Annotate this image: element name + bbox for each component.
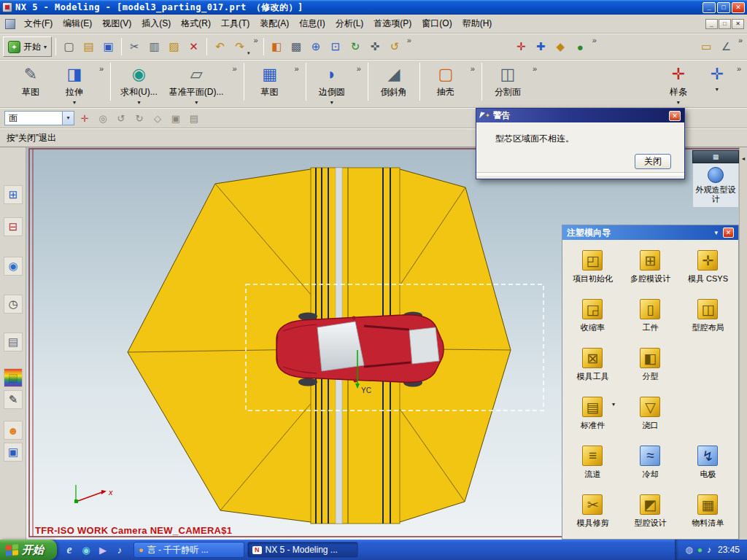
menu-file[interactable]: 文件(F) (19, 15, 58, 32)
sketch-button[interactable]: ✎ 草图 (10, 63, 51, 99)
divide-face-button[interactable]: ◫ 分割面 (487, 63, 528, 99)
mw-workpiece-button[interactable]: ▯ 工件 (622, 292, 679, 341)
tray-network-icon[interactable]: ◍ (685, 545, 692, 555)
mdi-minimize-button[interactable]: _ (705, 19, 718, 29)
new-file-icon[interactable]: ▢ (60, 37, 78, 56)
overflow-chevron[interactable]: » (99, 63, 104, 72)
mdi-close-button[interactable]: ✕ (732, 19, 744, 29)
redo-icon[interactable]: ↷ (231, 37, 249, 56)
menu-tools[interactable]: 工具(T) (216, 15, 255, 32)
zoom-in-icon[interactable]: ⊕ (307, 37, 325, 56)
minimize-button[interactable]: _ (703, 2, 716, 13)
start-menu-button[interactable]: ✦ 开始 ▾ (3, 36, 52, 57)
unite-button[interactable]: ◉ 求和(U)... ▾ (116, 63, 162, 106)
csys-icon[interactable]: ✛ (512, 37, 530, 56)
mw-mold-tools-button[interactable]: ⊠ 模具工具 (564, 341, 622, 389)
resource-strip-header[interactable]: ▦ (692, 150, 739, 163)
mw-gate-button[interactable]: ▽ 浇口 (622, 389, 679, 438)
selection-filter-combobox[interactable]: 面 ▾ (4, 111, 74, 125)
warning-dialog-titlebar[interactable]: ✦ 警告 ✕ (476, 109, 684, 122)
media-icon[interactable]: ◉ (80, 543, 93, 556)
menu-insert[interactable]: 插入(S) (136, 15, 176, 32)
menu-analysis[interactable]: 分析(L) (330, 15, 369, 32)
taskbar-task-nx[interactable]: N NX 5 - Modeling ... (247, 542, 358, 558)
next-selection-icon[interactable]: ↻ (131, 110, 147, 126)
history-icon[interactable]: ◷ (4, 295, 23, 314)
mdi-restore-button[interactable]: □ (719, 19, 731, 29)
spline-button[interactable]: ✛ 样条 ▾ (658, 63, 699, 106)
chevron-down-icon[interactable]: ▾ (73, 99, 76, 106)
mw-cavity-layout-button[interactable]: ◫ 型腔布局 (679, 292, 737, 341)
overflow-chevron[interactable]: » (471, 63, 475, 72)
mw-bom-button[interactable]: ▦ 物料清单 (679, 487, 737, 536)
menu-format[interactable]: 格式(R) (176, 15, 216, 32)
taskbar-task-ttplayer[interactable]: ● 言 - 千千静听 ... (133, 542, 244, 558)
datum-icon[interactable]: ✚ (532, 37, 550, 56)
menu-window[interactable]: 窗口(O) (417, 15, 457, 32)
car-model[interactable] (276, 312, 444, 387)
collapse-arrow-icon[interactable]: ◄ (740, 156, 747, 161)
menu-information[interactable]: 信息(I) (294, 15, 330, 32)
chevron-down-icon[interactable]: ▾ (716, 86, 719, 93)
snap-point-icon[interactable]: ◆ (551, 37, 570, 56)
snap-end-icon[interactable]: ● (571, 37, 589, 56)
rotate-view-icon[interactable]: ↺ (386, 37, 404, 56)
extrude-button[interactable]: ◨ 拉伸 ▾ (54, 63, 95, 106)
shell-button[interactable]: ▢ 抽壳 (425, 63, 466, 99)
delete-icon[interactable]: ✕ (185, 37, 203, 56)
angle-icon[interactable]: ∠ (717, 37, 735, 56)
zoom-window-icon[interactable]: ⊡ (327, 37, 345, 56)
overflow-chevron[interactable]: » (737, 63, 741, 72)
close-icon[interactable]: ✕ (669, 111, 681, 121)
chamfer-button[interactable]: ◢ 倒斜角 (374, 63, 414, 99)
face-rule-icon[interactable]: ◇ (150, 110, 166, 126)
orient-view-icon[interactable]: ◧ (268, 37, 286, 56)
overflow-chevron[interactable]: » (295, 63, 299, 72)
tray-shield-icon[interactable]: ● (697, 545, 703, 555)
prev-selection-icon[interactable]: ↺ (113, 110, 129, 126)
mw-standard-parts-button[interactable]: ▤ 标准件 ▾ (564, 389, 622, 438)
copy-icon[interactable]: ▥ (145, 37, 163, 56)
restore-button[interactable]: □ (717, 2, 730, 13)
overflow-chevron[interactable]: » (232, 63, 236, 72)
mw-electrode-button[interactable]: ↯ 电极 (679, 438, 737, 487)
close-button[interactable]: ✕ (732, 2, 745, 13)
chevron-down-icon[interactable]: ▾ (62, 112, 74, 125)
edge-blend-button[interactable]: ◗ 边倒圆 ▾ (311, 63, 352, 106)
system-window-icon[interactable]: ▣ (4, 443, 23, 462)
chevron-down-icon[interactable]: ▾ (714, 229, 718, 236)
sketcher-icon[interactable]: ✎ (4, 390, 23, 409)
mold-wizard-titlebar[interactable]: 注塑模向导 ▾ ✕ (562, 225, 738, 240)
menu-view[interactable]: 视图(V) (97, 15, 136, 32)
undo-icon[interactable]: ↶ (211, 37, 229, 56)
mw-runner-button[interactable]: ≡ 流道 (564, 438, 622, 487)
menu-help[interactable]: 帮助(H) (457, 15, 498, 32)
windows-start-button[interactable]: 开始 (0, 540, 57, 560)
sketch2-button[interactable]: ▦ 草图 (249, 63, 290, 99)
solid-select-icon[interactable]: ▣ (168, 110, 184, 126)
overflow-chevron[interactable]: » (738, 34, 743, 44)
shaded-view-icon[interactable]: ▩ (287, 37, 306, 56)
menu-preferences[interactable]: 首选项(P) (368, 15, 417, 32)
constraint-navigator-icon[interactable]: ⊟ (4, 217, 23, 236)
cut-icon[interactable]: ✂ (125, 37, 144, 56)
mw-cooling-button[interactable]: ≈ 冷却 (622, 438, 679, 487)
overflow-chevron[interactable]: » (407, 34, 411, 44)
refresh-view-icon[interactable]: ↻ (347, 37, 365, 56)
palette-icon[interactable]: ▧ (4, 368, 23, 387)
mw-multi-cavity-button[interactable]: ⊞ 多腔模设计 (622, 243, 679, 292)
datum-plane-button[interactable]: ▱ 基准平面(D)... ▾ (165, 63, 228, 106)
general-select-icon[interactable]: ◎ (95, 110, 111, 126)
mw-cavity-design-button[interactable]: ◩ 型腔设计 (622, 487, 679, 536)
player-icon[interactable]: ▶ (96, 543, 109, 556)
styling-palette-item[interactable]: 外观造型设计 (692, 163, 739, 208)
overflow-chevron[interactable]: » (357, 63, 361, 72)
part-navigator-icon[interactable]: ▤ (4, 332, 23, 351)
paste-icon[interactable]: ▨ (165, 37, 183, 56)
chevron-down-icon[interactable]: ▾ (677, 99, 680, 106)
mw-parting-button[interactable]: ◧ 分型 (622, 341, 679, 389)
assembly-navigator-icon[interactable]: ⊞ (4, 185, 23, 204)
overflow-chevron[interactable]: » (592, 34, 597, 44)
overflow-chevron[interactable]: » (254, 34, 258, 44)
tray-volume-icon[interactable]: ♪ (707, 545, 711, 555)
